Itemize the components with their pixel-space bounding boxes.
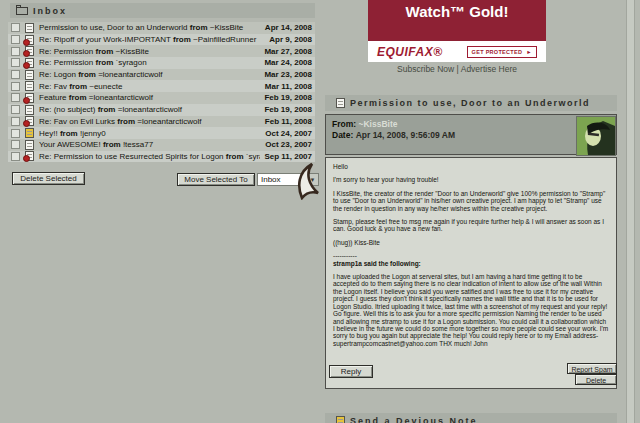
note-icon: [336, 98, 345, 108]
row-date: Apr 9, 2008: [269, 35, 312, 44]
row-subject[interactable]: Re: Fav on Evil Lurks from =loneantarcti…: [39, 117, 261, 126]
arrow-right-icon: ►: [526, 49, 532, 55]
row-subject[interactable]: Feature from =loneantarcticwolf: [39, 93, 260, 102]
message-paragraph: I'm sorry to hear your having trouble!: [333, 176, 609, 183]
inbox-row[interactable]: Re: Ripoff of your Work-IMPORTANT from ~…: [8, 34, 315, 46]
message-paragraph: Stamp, please feel free to msg me again …: [333, 218, 609, 233]
inbox-row[interactable]: Re: Permission from `syragonMar 24, 2008: [8, 57, 315, 69]
row-checkbox[interactable]: [11, 129, 20, 138]
chevron-down-icon[interactable]: ▼: [306, 174, 318, 185]
row-subject[interactable]: Re: Permission from `syragon: [39, 58, 260, 67]
row-date: Mar 27, 2008: [264, 47, 312, 56]
send-note-header-bar[interactable]: Send a Devious Note: [325, 413, 617, 423]
date-label: Date:: [332, 130, 353, 140]
note-icon: [25, 70, 34, 80]
inbox-row[interactable]: Re: Permission to use Resurrected Spirit…: [8, 151, 315, 163]
row-checkbox[interactable]: [11, 117, 20, 126]
row-subject[interactable]: Re: Logon from =loneantarcticwolf: [39, 70, 260, 79]
inbox-row[interactable]: Feature from =loneantarcticwolfFeb 19, 2…: [8, 92, 315, 104]
subscribe-now-link[interactable]: Subscribe Now: [397, 64, 454, 74]
inbox-row[interactable]: Re: Logon from =loneantarcticwolfMar 23,…: [8, 69, 315, 81]
ad-banner[interactable]: Watch™ Gold! EQUIFAX® GET PROTECTED ►: [368, 0, 546, 62]
note-reply-icon: [25, 35, 34, 45]
inbox-row-list: Permission to use, Door to an Underworld…: [8, 22, 315, 162]
inbox-row[interactable]: Re: Permission from ~KissBiteMar 27, 200…: [8, 45, 315, 57]
note-icon: [25, 140, 34, 150]
row-subject[interactable]: Hey!! from !jenny0: [39, 129, 261, 138]
from-label: From:: [332, 119, 356, 129]
row-subject[interactable]: Re: Permission from ~KissBite: [39, 47, 260, 56]
message-paragraph: -----------: [333, 252, 609, 259]
get-protected-button[interactable]: GET PROTECTED ►: [467, 46, 537, 58]
row-checkbox[interactable]: [11, 23, 20, 32]
row-checkbox[interactable]: [11, 152, 20, 161]
sender-link[interactable]: ~KissBite: [358, 119, 397, 129]
note-icon: [25, 23, 34, 33]
ad-headline[interactable]: Watch™ Gold!: [368, 0, 546, 41]
row-date: Apr 14, 2008: [265, 23, 312, 32]
row-date: Mar 11, 2008: [265, 82, 312, 91]
inbox-row[interactable]: Re: Fav on Evil Lurks from =loneantarcti…: [8, 116, 315, 128]
note-reply-icon: [25, 58, 34, 68]
notes-inbox-page: Inbox Permission to use, Door to an Unde…: [0, 0, 640, 423]
row-subject[interactable]: Permission to use, Door to an Underworld…: [39, 23, 261, 32]
row-subject[interactable]: Re: Permission to use Resurrected Spirit…: [39, 152, 260, 161]
message-body: HelloI'm sorry to hear your having troub…: [325, 157, 617, 389]
row-date: Feb 19, 2008: [264, 93, 312, 102]
row-date: Mar 24, 2008: [264, 58, 312, 67]
message-title-bar: Permission to use, Door to an Underworld: [325, 95, 617, 111]
reply-button[interactable]: Reply: [329, 365, 373, 378]
advertise-here-link[interactable]: Advertise Here: [461, 64, 517, 74]
ad-brand-strip: EQUIFAX® GET PROTECTED ►: [368, 41, 546, 62]
note-reply-icon: [25, 46, 34, 56]
inbox-row[interactable]: Re: Fav from ~eunecteMar 11, 2008: [8, 80, 315, 92]
equifax-logo[interactable]: EQUIFAX®: [377, 45, 443, 59]
row-checkbox[interactable]: [11, 140, 20, 149]
row-subject[interactable]: Your AWESOME! from !tessa77: [39, 140, 261, 149]
move-to-select[interactable]: Inbox ▼: [257, 173, 319, 186]
message-paragraph: I KissBite, the creator of the render "D…: [333, 190, 609, 212]
report-spam-button[interactable]: Report Spam: [567, 363, 617, 374]
message-date: Apr 14, 2008, 9:56:09 AM: [356, 130, 455, 140]
link-separator: |: [457, 64, 459, 74]
row-checkbox[interactable]: [11, 58, 20, 67]
inbox-row[interactable]: Your AWESOME! from !tessa77Oct 23, 2007: [8, 139, 315, 151]
message-paragraph: ((hug)) Kiss-Bite: [333, 239, 609, 246]
row-checkbox[interactable]: [11, 82, 20, 91]
row-date: Oct 24, 2007: [265, 129, 312, 138]
sender-avatar[interactable]: [576, 116, 616, 156]
row-subject[interactable]: Re: Fav from ~eunecte: [39, 82, 261, 91]
note-unread-icon: [336, 416, 345, 423]
row-checkbox[interactable]: [11, 70, 20, 79]
row-subject[interactable]: Re: (no subject) from =loneantarcticwolf: [39, 105, 260, 114]
note-reply-icon: [25, 93, 34, 103]
inbox-row[interactable]: Permission to use, Door to an Underworld…: [8, 22, 315, 34]
page-edge-divider: [626, 0, 635, 423]
get-protected-label: GET PROTECTED: [472, 49, 523, 55]
message-paragraph: stramp1a said the following:: [333, 260, 609, 267]
move-to-select-value: Inbox: [261, 175, 281, 184]
inbox-row[interactable]: Hey!! from !jenny0Oct 24, 2007: [8, 127, 315, 139]
message-meta-panel: From: ~KissBite Date: Apr 14, 2008, 9:56…: [325, 114, 617, 155]
move-selected-button[interactable]: Move Selected To: [177, 173, 255, 186]
note-reply-icon: [25, 116, 34, 126]
row-checkbox[interactable]: [11, 93, 20, 102]
inbox-row[interactable]: Re: (no subject) from =loneantarcticwolf…: [8, 104, 315, 116]
row-date: Oct 23, 2007: [265, 140, 312, 149]
row-checkbox[interactable]: [11, 47, 20, 56]
note-icon: [25, 81, 34, 91]
delete-selected-button[interactable]: Delete Selected: [12, 172, 85, 185]
send-note-title: Send a Devious Note: [350, 416, 478, 423]
row-date: Sep 11, 2007: [264, 152, 312, 161]
row-checkbox[interactable]: [11, 35, 20, 44]
inbox-header-bar: Inbox: [10, 3, 315, 18]
row-subject[interactable]: Re: Ripoff of your Work-IMPORTANT from ~…: [39, 35, 265, 44]
row-checkbox[interactable]: [11, 105, 20, 114]
inbox-title: Inbox: [33, 6, 67, 16]
note-reply-icon: [25, 151, 34, 161]
message-paragraph: Hello: [333, 163, 609, 170]
folder-icon: [16, 7, 28, 15]
delete-note-button[interactable]: Delete: [575, 374, 617, 385]
message-paragraph: I have uploaded the Logon at serveral si…: [333, 273, 609, 347]
row-date: Mar 23, 2008: [264, 70, 312, 79]
